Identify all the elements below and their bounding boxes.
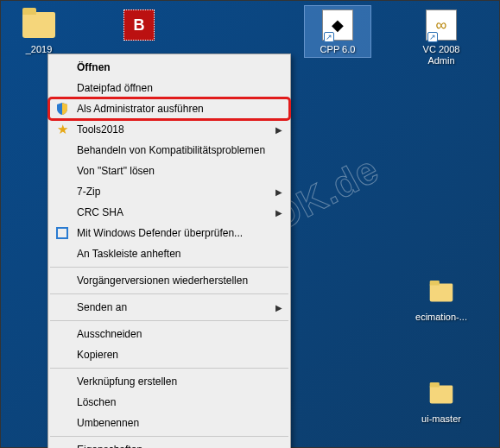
menu-item-label: CRC SHA (77, 206, 274, 218)
menu-separator (50, 368, 288, 369)
desktop-icon-label: VC 2008 Admin (408, 44, 474, 66)
menu-separator (50, 320, 288, 321)
menu-item-pin-taskbar[interactable]: An Taskleiste anheften (49, 243, 289, 264)
shield-icon (54, 101, 70, 117)
menu-separator (50, 267, 288, 268)
menu-item-rename[interactable]: Umbenennen (49, 413, 289, 433)
shortcut-arrow-icon: ↗ (324, 32, 334, 42)
folder-icon (18, 8, 60, 42)
desktop-icon-label: ecimation-... (408, 312, 474, 323)
menu-item-send-to[interactable]: Senden an ▶ (49, 297, 289, 318)
menu-item-label: Mit Windows Defender überprüfen... (77, 227, 274, 239)
menu-item-label: Behandeln von Kompatibilitätsproblemen (77, 144, 274, 156)
menu-item-unpin-start[interactable]: Von "Start" lösen (49, 161, 289, 181)
menu-item-defender[interactable]: Mit Windows Defender überprüfen... (49, 223, 289, 243)
menu-separator (50, 293, 288, 294)
desktop-icon-folder-2019[interactable]: _2019 (6, 8, 72, 55)
menu-item-label: Von "Start" lösen (77, 165, 274, 177)
desktop-icon-decimation[interactable]: ecimation-... (408, 275, 474, 323)
menu-item-label: Senden an (77, 301, 274, 313)
menu-item-label: Kopieren (77, 349, 274, 361)
desktop-icon-label: CPP 6.0 (307, 44, 369, 55)
menu-item-compat[interactable]: Behandeln von Kompatibilitätsproblemen (49, 140, 289, 161)
desktop-icon-uimaster[interactable]: ui-master (408, 377, 474, 425)
chevron-right-icon: ▶ (275, 187, 282, 197)
menu-item-properties[interactable]: Eigenschaften (49, 439, 289, 448)
chevron-right-icon: ▶ (275, 125, 282, 135)
context-menu: Öffnen Dateipfad öffnen Als Administrato… (47, 54, 291, 448)
chevron-right-icon: ▶ (275, 303, 282, 312)
menu-item-label: Löschen (77, 396, 274, 408)
desktop[interactable]: _2019 B ◆ ↗ CPP 6.0 ∞ ↗ VC 2008 Admin ec… (0, 0, 500, 448)
menu-item-label: Öffnen (77, 61, 274, 73)
desktop-icon-borland[interactable]: B (106, 8, 172, 44)
menu-item-crcsha[interactable]: CRC SHA ▶ (49, 202, 289, 223)
menu-item-label: 7-Zip (77, 186, 274, 198)
folder-icon (421, 377, 462, 412)
menu-item-label: Tools2018 (77, 123, 274, 136)
menu-item-delete[interactable]: Löschen (49, 392, 289, 413)
desktop-icon-vc2008[interactable]: ∞ ↗ VC 2008 Admin (408, 8, 474, 66)
menu-item-copy[interactable]: Kopieren (49, 344, 289, 365)
app-icon: B (118, 8, 160, 42)
chevron-right-icon: ▶ (275, 208, 282, 218)
desktop-icon-cpp60[interactable]: ◆ ↗ CPP 6.0 (305, 6, 370, 57)
shortcut-arrow-icon: ↗ (427, 32, 438, 42)
star-icon: ★ (54, 122, 70, 137)
menu-item-label: Eigenschaften (77, 444, 274, 448)
menu-item-label: Ausschneiden (77, 328, 274, 340)
menu-item-label: Vorgängerversionen wiederherstellen (77, 274, 274, 287)
menu-item-label: An Taskleiste anheften (77, 248, 274, 260)
menu-item-prev-versions[interactable]: Vorgängerversionen wiederherstellen (49, 270, 289, 291)
menu-item-label: Verknüpfung erstellen (77, 375, 274, 388)
menu-item-run-as-admin[interactable]: Als Administrator ausführen (49, 98, 289, 119)
menu-item-cut[interactable]: Ausschneiden (49, 324, 289, 344)
desktop-icon-label: ui-master (408, 413, 474, 425)
menu-item-open[interactable]: Öffnen (49, 57, 289, 78)
menu-item-7zip[interactable]: 7-Zip ▶ (49, 181, 289, 202)
menu-item-label: Als Administrator ausführen (77, 103, 274, 115)
menu-item-tools2018[interactable]: ★ Tools2018 ▶ (49, 119, 289, 140)
menu-item-open-path[interactable]: Dateipfad öffnen (49, 78, 289, 98)
menu-item-label: Dateipfad öffnen (77, 82, 274, 94)
menu-item-label: Umbenennen (77, 417, 274, 429)
menu-separator (50, 436, 288, 437)
folder-icon (421, 275, 462, 310)
app-icon: ◆ ↗ (317, 8, 358, 42)
app-icon: ∞ ↗ (421, 8, 462, 42)
menu-item-create-link[interactable]: Verknüpfung erstellen (49, 371, 289, 392)
defender-icon (54, 225, 70, 241)
